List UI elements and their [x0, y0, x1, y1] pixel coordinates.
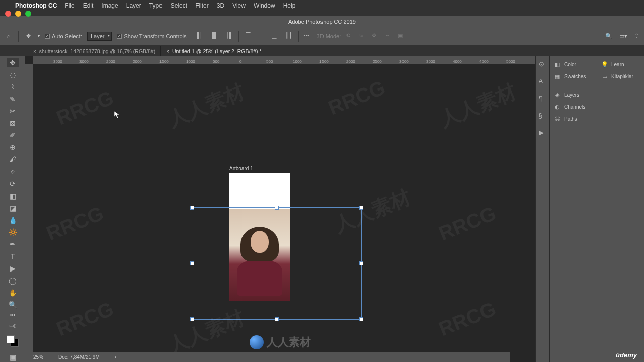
gradient-tool[interactable]: ◪: [7, 204, 19, 212]
hand-tool[interactable]: ✋: [7, 289, 19, 297]
menu-select[interactable]: Select: [171, 2, 187, 9]
canvas-area[interactable]: 3500 3000 2500 2000 1500 1000 500 0 500 …: [25, 56, 535, 362]
artboard-label[interactable]: Artboard 1: [229, 166, 253, 171]
vertical-ruler[interactable]: [25, 64, 33, 362]
shape-tool[interactable]: ◯: [7, 277, 19, 285]
tab-document-2[interactable]: × Untitled-1 @ 25% (Layer 2, RGB/8#) *: [161, 46, 267, 56]
transform-handle-s[interactable]: [275, 317, 279, 321]
close-tab-icon[interactable]: ×: [33, 49, 36, 54]
type-tool[interactable]: T: [7, 252, 19, 261]
show-transform-checkbox[interactable]: ✓ Show Transform Controls: [117, 33, 186, 39]
align-hcenter-icon[interactable]: ▐▌: [210, 32, 218, 40]
swatches-icon: ▦: [554, 73, 561, 80]
auto-select-mode: Layer: [91, 33, 105, 39]
ruler-tick: 1500: [319, 59, 329, 64]
move-tool[interactable]: ✥: [7, 58, 19, 67]
clone-tool[interactable]: ⟐: [7, 167, 19, 176]
history-brush-tool[interactable]: ⟳: [7, 179, 19, 188]
pen-tool[interactable]: ✒: [7, 240, 19, 248]
foreground-background-color[interactable]: [7, 335, 19, 347]
menu-file[interactable]: File: [65, 2, 74, 9]
panel-label: Kitaplıklar: [611, 74, 633, 79]
align-top-icon[interactable]: ▔: [246, 32, 254, 40]
paragraph-icon[interactable]: ¶: [539, 95, 547, 103]
auto-select-checkbox[interactable]: ✓ Auto-Select:: [45, 33, 82, 39]
minimize-window-icon[interactable]: [15, 11, 21, 17]
marquee-tool[interactable]: ◌: [7, 70, 19, 79]
eraser-tool[interactable]: ◧: [7, 192, 19, 200]
glyphs-icon[interactable]: §: [539, 112, 547, 120]
layers-icon: ◈: [554, 91, 561, 98]
align-vcenter-icon[interactable]: ═: [259, 32, 267, 40]
menu-help[interactable]: Help: [283, 2, 296, 9]
transform-handle-sw[interactable]: [190, 317, 194, 321]
panel-libraries[interactable]: ▭ Kitaplıklar: [597, 70, 644, 82]
menu-view[interactable]: View: [232, 2, 246, 9]
doc-size[interactable]: Doc: 7,84M/21,9M: [58, 354, 100, 360]
transform-handle-se[interactable]: [359, 317, 363, 321]
menu-3d[interactable]: 3D: [217, 2, 224, 9]
distribute-icon[interactable]: ┃┃: [285, 32, 293, 40]
zoom-level[interactable]: 25%: [33, 354, 43, 360]
align-left-icon[interactable]: ▌▏: [197, 32, 205, 40]
share-icon[interactable]: ⇧: [634, 33, 639, 39]
align-right-icon[interactable]: ▕▐: [223, 32, 231, 40]
tab-document-1[interactable]: × shutterstock_1428658778.jpg @ 16,7% (R…: [28, 46, 161, 56]
path-select-tool[interactable]: ▶: [7, 264, 19, 273]
ruler-tick: 3000: [399, 59, 409, 64]
ruler-tick: 1000: [293, 59, 302, 64]
status-arrow-icon[interactable]: ›: [115, 354, 116, 360]
panel-learn[interactable]: 💡 Learn: [597, 58, 644, 70]
transform-handle-w[interactable]: [190, 261, 194, 265]
lasso-tool[interactable]: ⌇: [7, 82, 19, 91]
panel-swatches[interactable]: ▦ Swatches: [550, 70, 597, 82]
panel-layers[interactable]: ◈ Layers: [550, 88, 597, 101]
frame-tool[interactable]: ⊠: [7, 119, 19, 127]
more-icon[interactable]: •••: [304, 32, 312, 40]
menu-type[interactable]: Type: [149, 2, 163, 9]
screen-mode-icon[interactable]: ▣: [7, 353, 19, 362]
zoom-tool[interactable]: 🔍: [7, 301, 19, 309]
menu-filter[interactable]: Filter: [195, 2, 209, 9]
zoom-window-icon[interactable]: [25, 11, 31, 17]
brush-tool[interactable]: 🖌: [7, 155, 19, 164]
crop-tool[interactable]: ✂: [7, 107, 19, 115]
align-bottom-icon[interactable]: ▁: [272, 32, 280, 40]
panel-channels[interactable]: ◐ Channels: [550, 101, 597, 113]
heal-tool[interactable]: ⊕: [7, 143, 19, 152]
transform-handle-nw[interactable]: [190, 206, 194, 210]
panel-color[interactable]: ◧ Color: [550, 58, 597, 70]
auto-select-mode-select[interactable]: Layer: [87, 32, 112, 41]
menu-edit[interactable]: Edit: [83, 2, 94, 9]
status-bar: 25% Doc: 7,84M/21,9M ›: [25, 352, 510, 362]
panel-paths[interactable]: ⌘ Paths: [550, 113, 597, 125]
placed-image[interactable]: [229, 209, 290, 301]
quick-mask-icon[interactable]: ▭▯: [7, 321, 19, 330]
watermark: RRCG: [43, 202, 107, 245]
move-tool-icon[interactable]: ✥: [24, 32, 33, 41]
transform-handle-e[interactable]: [359, 261, 363, 265]
menu-window[interactable]: Window: [254, 2, 275, 9]
workspace-icon[interactable]: ▭▾: [619, 33, 627, 39]
panel-label: Paths: [564, 116, 577, 122]
close-tab-icon[interactable]: ×: [166, 49, 169, 54]
search-icon[interactable]: 🔍: [605, 33, 612, 39]
menu-layer[interactable]: Layer: [126, 2, 141, 9]
play-icon[interactable]: ▶: [539, 129, 547, 137]
dodge-tool[interactable]: 🔆: [7, 228, 19, 236]
close-window-icon[interactable]: [5, 11, 11, 17]
menu-image[interactable]: Image: [101, 2, 118, 9]
horizontal-ruler[interactable]: 3500 3000 2500 2000 1500 1000 500 0 500 …: [33, 56, 535, 64]
blur-tool[interactable]: 💧: [7, 216, 19, 224]
character-icon[interactable]: A: [539, 77, 547, 85]
eyedropper-tool[interactable]: ✐: [7, 131, 19, 140]
edit-toolbar[interactable]: •••: [7, 313, 19, 318]
chevron-down-icon[interactable]: ▾: [38, 34, 40, 38]
home-icon[interactable]: ⌂: [4, 32, 13, 41]
properties-icon[interactable]: ⊙: [539, 60, 547, 68]
panels-column-1: ◧ Color ▦ Swatches ◈ Layers ◐ Channels ⌘…: [549, 56, 597, 362]
ruler-tick: 5000: [506, 59, 515, 64]
quick-select-tool[interactable]: ✎: [7, 95, 19, 103]
transform-handle-ne[interactable]: [359, 206, 363, 210]
foreground-color-swatch[interactable]: [7, 335, 15, 343]
